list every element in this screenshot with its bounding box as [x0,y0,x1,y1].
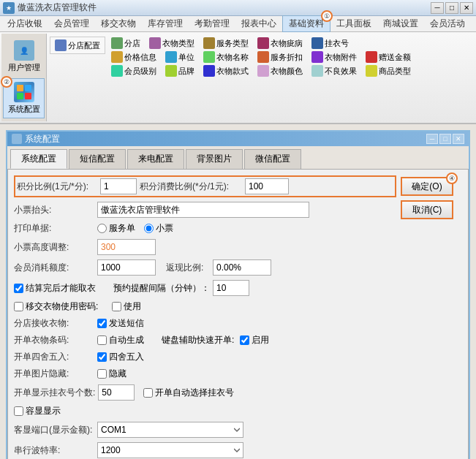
ribbon-btn-shangpin-leixing[interactable]: 商品类型 [363,64,414,77]
menu-fendian-shouyin[interactable]: 分店收银 [1,16,48,31]
menu-kaoqin-guanli[interactable]: 考勤管理 [189,16,235,31]
tab-call-config[interactable]: 来电配置 [127,149,184,169]
confirm-button[interactable]: ④确定(O) [401,177,453,196]
yuyue-input[interactable] [213,280,249,296]
guayihao-input[interactable] [98,384,135,401]
auto-select-checkbox[interactable] [143,388,153,398]
sub-title-bar: 系统配置 ─ □ ✕ [7,132,469,146]
jiesuan-checkbox[interactable] [14,284,23,293]
rongxian-checkbox-label[interactable]: 容显显示 [14,405,61,417]
auto-shengcheng-label[interactable]: 自动生成 [97,334,144,346]
huiyuan-xiaofei-input[interactable] [97,259,156,276]
sub-window-title: 系统配置 [25,133,426,145]
maximize-button[interactable]: □ [445,2,458,14]
ribbon-btn-guayihao[interactable]: 挂衣号 [309,37,352,50]
rongxian-row: 容显显示 [14,405,462,417]
sub-window-icon [12,134,22,144]
rongxian-text: 容显显示 [26,405,61,417]
sub-minimize-button[interactable]: ─ [426,134,438,144]
window-controls: ─ □ ✕ [431,2,473,14]
yiwu-use-text: 使用 [124,300,141,313]
radio-fuwudan-label[interactable]: 服务单 [97,222,135,235]
menu-shangcheng-shezhi[interactable]: 商城设置 [377,16,424,31]
jianpan-use-checkbox[interactable] [240,335,249,345]
ribbon-btn-danwei[interactable]: 单位 [162,50,197,64]
fasong-duanxin-checkbox[interactable] [97,319,107,328]
ribbon-btn-yiwu-mingcheng[interactable]: 衣物名称 [200,50,252,64]
yiwu-mima-checkbox-label[interactable]: 移交衣物使用密码: [14,300,109,313]
ribbon-btn-zengsong-jine[interactable]: 赠送金额 [363,50,414,64]
jifen-xiaofeibili-input[interactable] [245,178,289,194]
yincang-checkbox-label[interactable]: 隐藏 [97,368,126,380]
sishe-row: 开单四舍五入: 四舍五入 [14,351,462,363]
botv-label: 串行波特率: [14,444,94,457]
sidebar-item-sys-config[interactable]: ② 系统配置 [3,78,45,118]
menu-jichu-ziliao[interactable]: 基础资料 ① [282,15,330,32]
kezhiduan-label: 客显端口(显示金额): [14,424,94,436]
xiaopiao-taitou-input[interactable] [97,202,309,218]
yiwu-mima-text: 移交衣物使用密码: [26,300,98,313]
svg-rect-0 [17,85,23,91]
sub-close-button[interactable]: ✕ [453,134,464,144]
tab-sms-config[interactable]: 短信配置 [69,149,126,169]
sishe-text: 四舍五入 [109,351,144,363]
fasong-duanxin-text: 发送短信 [109,317,144,330]
title-bar: ★ 傲蓝洗衣店管理软件 ─ □ ✕ [0,0,476,16]
yiwu-use-label[interactable]: 使用 [112,300,141,313]
sub-maximize-button[interactable]: □ [439,134,451,144]
close-button[interactable]: ✕ [460,2,473,14]
sishe-label: 开单四舍五入: [14,351,94,363]
jifen-bili-input[interactable] [100,178,137,194]
sishe-checkbox[interactable] [97,352,107,362]
auto-shengcheng-checkbox[interactable] [97,335,107,345]
ribbon-btn-jiage-xinxi[interactable]: 价格信息 [108,50,159,64]
jiesuan-text: 结算完后才能取衣 [26,282,96,295]
cancel-button[interactable]: 取消(C) [401,200,453,219]
auto-select-label[interactable]: 开单自动选择挂衣号 [143,387,234,399]
sidebar-item-user-mgmt[interactable]: 👤 用户管理 [3,37,45,77]
ribbon-btn-yiwu-fujian[interactable]: 衣物附件 [309,50,360,64]
sys-config-icon [14,82,34,102]
ribbon-btn-yiwu-yanse[interactable]: 衣物颜色 [254,64,306,77]
ribbon-btn-fendian-peizhj[interactable]: 分店配置 [52,39,103,52]
tab-background-pic[interactable]: 背景图片 [186,149,243,169]
menu-gongju-mianban[interactable]: 工具面板 [330,16,377,31]
ribbon-btn-pinpai[interactable]: 品牌 [162,64,197,77]
menu-huiyuan-huodong[interactable]: 会员活动 [424,16,471,31]
ribbon-btn-fendian[interactable]: 分店 [108,37,143,50]
sishe-checkbox-label[interactable]: 四舍五入 [97,351,144,363]
tupian-yincang-label: 开单图片隐藏: [14,368,94,380]
radio-xiaopiao-label[interactable]: 小票 [144,222,173,235]
botv-select[interactable]: 1200 2400 9600 [97,442,243,458]
yincang-checkbox[interactable] [97,369,107,379]
yiwu-mima-checkbox[interactable] [14,302,23,311]
menu-yijiao-yiwu[interactable]: 移交衣物 [95,16,142,31]
auto-select-text: 开单自动选择挂衣号 [155,387,234,399]
tab-system-config[interactable]: 系统配置 [10,149,67,169]
ribbon-btn-buliang-xiaoguo[interactable]: 不良效果 [309,64,360,77]
minimize-button[interactable]: ─ [431,2,444,14]
fasong-duanxin-label[interactable]: 发送短信 [97,317,144,330]
ribbon-btn-huiyuan-jiebie[interactable]: 会员级别 [108,64,159,77]
ribbon-btn-yiwu-kuanshi[interactable]: 衣物款式 [200,64,252,77]
ribbon-btn-yiwu-cibing[interactable]: 衣物疵病 [254,37,306,50]
xiaopiao-height-input[interactable] [97,239,156,255]
menu-huiyuan-guanli[interactable]: 会员管理 [48,16,95,31]
jiesuan-checkbox-label[interactable]: 结算完后才能取衣 [14,282,96,295]
jianpan-use-label[interactable]: 启用 [240,334,269,346]
yiwu-use-checkbox[interactable] [112,302,121,311]
svg-rect-2 [17,93,23,99]
ribbon-btn-fuwu-zhekou[interactable]: 服务折扣 [254,50,306,64]
rongxian-checkbox[interactable] [14,406,23,416]
menu-baobiao-zhongxin[interactable]: 报表中心 [235,16,282,31]
fanxian-input[interactable] [213,259,271,276]
tab-wechat-config[interactable]: 微信配置 [244,149,301,169]
menu-kucun-guanli[interactable]: 库存管理 [142,16,189,31]
radio-fuwudan[interactable] [97,224,107,233]
fendian-jieshou-label: 分店接收衣物: [14,317,94,330]
ribbon-btn-yiwu-leixing[interactable]: 衣物类型 [146,37,197,50]
ribbon-btn-fuwu-leixing[interactable]: 服务类型 [200,37,252,50]
radio-xiaopiao[interactable] [144,224,154,233]
left-sidebar: 👤 用户管理 ② 系统配置 [1,34,47,121]
kezhiduan-select[interactable]: COM1 COM2 COM3 [97,422,243,438]
